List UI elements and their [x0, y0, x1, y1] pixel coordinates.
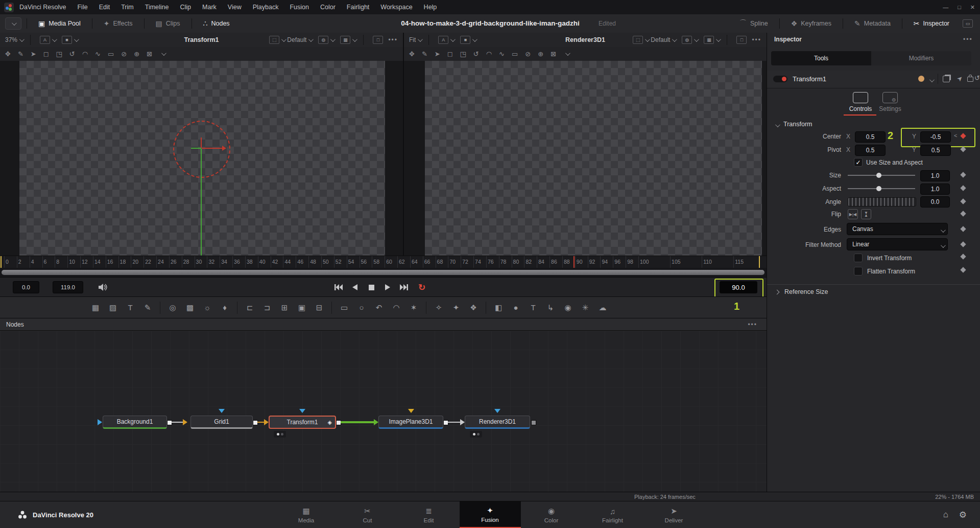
crop-tool-icon[interactable]: ◳ — [56, 50, 62, 58]
node-tile-color-swatch[interactable] — [918, 76, 924, 82]
keyframe-icon[interactable] — [960, 146, 966, 152]
viewer-options-menu[interactable]: ••• — [388, 36, 398, 43]
scrollbar-thumb[interactable] — [2, 270, 764, 275]
transform-3d-tool-icon[interactable]: ❖ — [467, 302, 480, 314]
aspect-field[interactable]: 1.0 — [920, 183, 950, 195]
nodes-panel-menu[interactable]: ••• — [748, 321, 757, 328]
node-output-square[interactable] — [443, 420, 448, 425]
media-pool-button[interactable]: ▣Media Pool — [32, 14, 87, 33]
node-connection[interactable] — [257, 422, 264, 423]
node-grid1[interactable]: Grid1 — [190, 416, 253, 429]
section-transform[interactable]: Transform — [783, 121, 812, 128]
inspector-button[interactable]: ✂Inspector — [907, 14, 955, 33]
viewer-options-menu[interactable]: ••• — [752, 36, 761, 43]
stop-button[interactable] — [366, 283, 377, 292]
image-plane-3d-tool-icon[interactable]: ◧ — [492, 302, 505, 314]
node-enable-toggle[interactable] — [773, 76, 787, 82]
pemitter-tool-icon[interactable]: ◎ — [166, 302, 179, 314]
flip-vertical-button[interactable]: ▼▲ — [861, 209, 871, 219]
aspect-slider[interactable] — [848, 188, 915, 189]
expand-viewer-button[interactable]: □ — [736, 36, 747, 44]
keyframe-icon[interactable] — [960, 198, 966, 204]
spot-light-3d-tool-icon[interactable]: ✳ — [579, 302, 591, 314]
node-output-square[interactable] — [531, 420, 536, 425]
keyframe-icon[interactable] — [960, 172, 966, 177]
shape-3d-tool-icon[interactable]: ● — [510, 302, 522, 314]
guides-button[interactable]: ▦ — [704, 36, 714, 44]
effects-button[interactable]: ✦Effects — [98, 14, 139, 33]
timeline-scrollbar[interactable] — [0, 268, 767, 277]
rect-select-tool-icon[interactable]: ◻ — [447, 50, 453, 58]
step-back-button[interactable] — [349, 283, 361, 292]
node-view-indicator[interactable] — [494, 409, 500, 413]
spline-tool-icon[interactable]: ∿ — [95, 50, 101, 58]
disable-tool-icon[interactable]: ⊘ — [525, 50, 531, 58]
page-tab-color[interactable]: ◉Color — [521, 501, 582, 528]
rotate-tool-icon[interactable]: ↺ — [69, 50, 75, 58]
layer-button[interactable]: ■ — [62, 36, 72, 44]
menu-item-playback[interactable]: Playback — [247, 0, 284, 14]
roi-button[interactable]: ⬚ — [269, 36, 279, 44]
menu-item-fairlight[interactable]: Fairlight — [341, 0, 375, 14]
node-connection[interactable] — [448, 422, 460, 423]
interface-toggle-button[interactable] — [5, 17, 21, 30]
menu-item-workspace[interactable]: Workspace — [375, 0, 418, 14]
menu-item-mark[interactable]: Mark — [197, 0, 222, 14]
node-transform1[interactable]: Transform1◈ — [269, 416, 336, 429]
timeline-ruler[interactable]: 0246810121416182022242628303234363840424… — [0, 256, 767, 268]
lut-dropdown[interactable]: Default — [287, 36, 306, 43]
camera-3d-tool-icon[interactable]: ◉ — [562, 302, 574, 314]
node-view-indicator[interactable] — [408, 409, 414, 413]
reset-icon[interactable]: ↺ — [974, 74, 980, 82]
color-controls-button[interactable]: ◍ — [682, 36, 692, 44]
close-icon[interactable]: ✕ — [970, 4, 975, 11]
go-to-last-frame-button[interactable] — [398, 283, 410, 292]
lut-dropdown[interactable]: Default — [651, 36, 670, 43]
menu-item-clip[interactable]: Clip — [175, 0, 197, 14]
center-y-field[interactable]: -0.5 — [920, 131, 951, 143]
pencil-tool-icon[interactable]: ✎ — [422, 50, 427, 58]
use-size-aspect-checkbox[interactable]: ✓ — [854, 158, 863, 167]
node-flags-badge[interactable] — [274, 431, 286, 438]
menu-item-edit[interactable]: Edit — [93, 0, 116, 14]
pan-tool-icon[interactable]: ✥ — [409, 50, 415, 58]
spline-tool-icon[interactable]: ∿ — [499, 50, 505, 58]
ellipse-mask-tool-icon[interactable]: ○ — [355, 302, 368, 314]
invert-transform-checkbox[interactable] — [854, 254, 863, 262]
rect-select-tool-icon[interactable]: ◻ — [43, 50, 49, 58]
left-viewer-canvas[interactable] — [0, 61, 403, 256]
glow-tool-icon[interactable]: ☼ — [201, 302, 213, 314]
pivot-y-field[interactable]: 0.5 — [920, 145, 951, 156]
range-in-field[interactable]: 0.0 — [13, 281, 39, 293]
menu-item-file[interactable]: File — [71, 0, 93, 14]
chevron-down-icon[interactable] — [773, 122, 781, 129]
size-field[interactable]: 1.0 — [920, 170, 950, 181]
filter-method-dropdown[interactable]: Linear — [847, 238, 948, 250]
right-viewer-canvas[interactable] — [404, 61, 767, 256]
metadata-button[interactable]: ✎Metadata — [848, 14, 897, 33]
node-flags-badge[interactable] — [470, 431, 482, 438]
add-tool-icon[interactable]: ⊕ — [538, 50, 543, 58]
channel-button[interactable]: A — [438, 36, 448, 44]
rotate-tool-icon[interactable]: ↺ — [473, 50, 479, 58]
prender-tool-icon[interactable]: ▩ — [184, 302, 196, 314]
color-tool-icon[interactable]: ⊟ — [313, 302, 325, 314]
page-tab-media[interactable]: ▦Media — [276, 501, 337, 528]
node-connection[interactable] — [172, 422, 183, 423]
pointer-tool-icon[interactable]: ➤ — [435, 50, 440, 58]
node-view-indicator[interactable] — [299, 409, 305, 413]
loader-tool-icon[interactable]: ⊏ — [244, 302, 256, 314]
page-tab-deliver[interactable]: ➤Deliver — [643, 501, 705, 528]
layer-button[interactable]: ■ — [460, 36, 470, 44]
disable-tool-icon[interactable]: ⊘ — [121, 50, 127, 58]
add-tool-icon[interactable]: ⊕ — [134, 50, 139, 58]
menu-item-color[interactable]: Color — [315, 0, 341, 14]
guides-button[interactable]: ▦ — [340, 36, 350, 44]
range-out-field[interactable]: 119.0 — [53, 281, 83, 293]
expand-viewer-button[interactable]: □ — [373, 36, 383, 44]
loop-playback-icon[interactable]: ↻ — [416, 283, 427, 292]
angle-field[interactable]: 0.0 — [920, 196, 950, 208]
pivot-x-field[interactable]: 0.5 — [855, 145, 886, 156]
lock-icon[interactable] — [967, 77, 973, 82]
menu-item-davinci-resolve[interactable]: DaVinci Resolve — [14, 0, 71, 14]
